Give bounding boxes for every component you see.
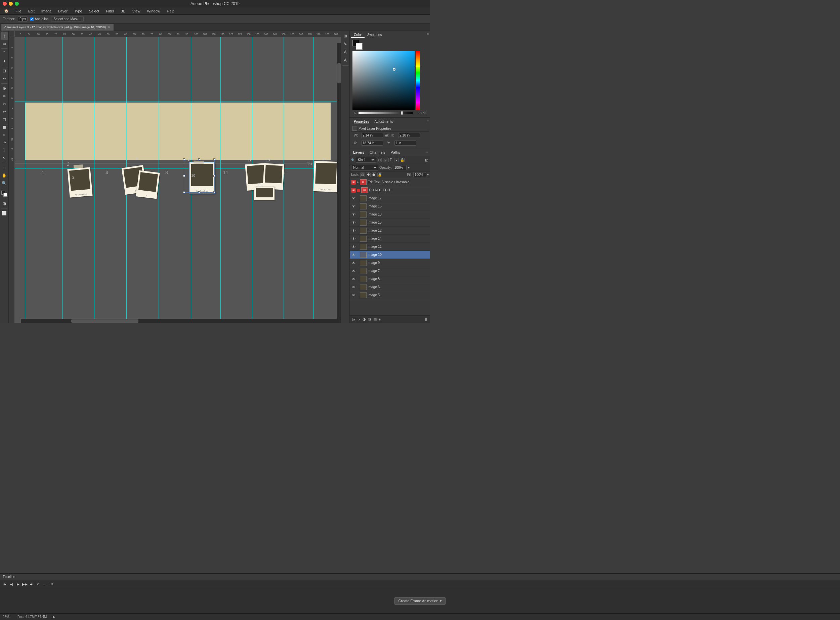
rmt-tool-4[interactable]: A: [342, 57, 349, 64]
layer-eye-7[interactable]: 👁: [351, 269, 356, 273]
layer-image-17[interactable]: 👁 Image 17: [350, 194, 430, 202]
layer-eye-13[interactable]: 👁: [351, 212, 356, 217]
layer-edit-text[interactable]: 👁 ▶ ▤ Edit Text: Visable / Invisable: [350, 178, 430, 186]
lock-artboard-icon[interactable]: ⬢: [372, 173, 376, 177]
lock-move-icon[interactable]: ✚: [366, 173, 370, 177]
document-canvas[interactable]: 1 2 4 8 11 15 16 Your Story Here: [15, 37, 341, 323]
filter-toggle[interactable]: ◐: [424, 158, 429, 163]
layer-image-6[interactable]: 👁 Image 6: [350, 283, 430, 291]
w-input[interactable]: [361, 133, 383, 138]
layer-mask-icon[interactable]: ◑: [363, 317, 366, 321]
layers-panel-collapse[interactable]: ≡: [426, 150, 428, 154]
layer-image-11[interactable]: 👁 Image 11: [350, 243, 430, 251]
menu-type[interactable]: Type: [73, 8, 84, 14]
rmt-tool-1[interactable]: ⊞: [342, 32, 349, 40]
shape-tool[interactable]: □: [1, 164, 8, 172]
layer-delete-icon[interactable]: 🗑: [424, 318, 428, 321]
menu-home[interactable]: 🏠: [3, 8, 10, 14]
rmt-tool-3[interactable]: A: [342, 48, 349, 56]
select-tool[interactable]: ▭: [1, 40, 8, 47]
move-tool[interactable]: ⊹: [1, 32, 8, 40]
clone-tool[interactable]: ✄: [1, 100, 8, 108]
menu-select[interactable]: Select: [88, 8, 101, 14]
filter-icon-1[interactable]: ◻: [377, 158, 382, 163]
color-panel-collapse[interactable]: ≡: [427, 32, 429, 38]
layer-eye-17[interactable]: 👁: [351, 196, 356, 201]
menu-file[interactable]: File: [14, 8, 23, 14]
layer-fx-icon[interactable]: fx: [357, 318, 360, 321]
polaroid-10[interactable]: Your Story Here: [189, 163, 214, 193]
layer-eye-8[interactable]: 👁: [351, 277, 356, 281]
document-tab[interactable]: Carousel Layout 9 - 17 Images w/ Polaroi…: [2, 24, 114, 31]
layer-image-8[interactable]: 👁 Image 8: [350, 275, 430, 283]
handle-bl[interactable]: [183, 191, 185, 193]
layer-link-icon[interactable]: ⛓: [352, 318, 356, 321]
lasso-tool[interactable]: ⌒: [1, 50, 8, 57]
filter-icon-4[interactable]: ⬥: [394, 158, 399, 163]
tab-close-icon[interactable]: ✕: [108, 26, 111, 29]
maximize-button[interactable]: [15, 2, 19, 6]
filter-icon-2[interactable]: ◎: [383, 158, 387, 163]
layer-new-icon[interactable]: +: [379, 318, 381, 321]
fill-arrow[interactable]: ▾: [427, 173, 429, 176]
menu-layer[interactable]: Layer: [57, 8, 69, 14]
path-select-tool[interactable]: ↖: [1, 154, 8, 162]
tab-channels[interactable]: Channels: [368, 150, 386, 155]
k-slider-track[interactable]: [358, 111, 412, 114]
spectrum-bar[interactable]: [416, 51, 420, 110]
anti-alias-check[interactable]: Anti-alias: [30, 17, 48, 21]
tab-layers[interactable]: Layers: [352, 150, 366, 155]
color-gradient-area[interactable]: [352, 51, 415, 110]
minimize-button[interactable]: [9, 2, 13, 6]
tab-properties[interactable]: Properties: [351, 119, 372, 124]
layer-image-10[interactable]: 👁 Image 10: [350, 251, 430, 259]
history-brush-tool[interactable]: ↩: [1, 108, 8, 115]
lock-all-icon[interactable]: 🔒: [377, 173, 382, 177]
layer-do-not-edit[interactable]: 👁 ▤ DO NOT EDIT!!: [350, 186, 430, 194]
layer-kind-select[interactable]: Kind Name Effect Mode Attribute Color Sm…: [356, 157, 376, 163]
background-swatch[interactable]: [356, 43, 363, 50]
layer-image-13[interactable]: 👁 Image 13: [350, 211, 430, 218]
canvas-scroll[interactable]: 1 2 4 8 11 15 16 Your Story Here: [15, 37, 341, 323]
menu-help[interactable]: Help: [166, 8, 176, 14]
select-mask-button[interactable]: Select and Mask...: [51, 16, 83, 22]
k-slider-thumb[interactable]: [401, 111, 403, 114]
layer-eye-5[interactable]: 👁: [351, 293, 356, 298]
layer-image-7[interactable]: 👁 Image 7: [350, 267, 430, 275]
layer-eye-9[interactable]: 👁: [351, 260, 356, 265]
gradient-tool[interactable]: ◼: [1, 123, 8, 131]
tab-paths[interactable]: Paths: [389, 150, 402, 155]
color-gradient-field[interactable]: [352, 51, 415, 110]
menu-image[interactable]: Image: [40, 8, 53, 14]
layer-image-15[interactable]: 👁 Image 15: [350, 218, 430, 227]
type-tool[interactable]: T: [1, 147, 8, 154]
lock-pixels-icon[interactable]: ⊡: [360, 173, 365, 177]
blend-mode-select[interactable]: Normal Dissolve Darken Multiply Screen O…: [351, 165, 378, 170]
y-input[interactable]: [394, 140, 416, 146]
filter-icon-5[interactable]: 🔒: [400, 158, 405, 163]
layer-image-16[interactable]: 👁 Image 16: [350, 202, 430, 211]
layer-adjust-icon[interactable]: ◑: [368, 317, 371, 321]
h-scroll-thumb[interactable]: [71, 319, 138, 323]
menu-filter[interactable]: Filter: [105, 8, 115, 14]
screen-mode-tool[interactable]: ⬜: [1, 209, 8, 217]
handle-ml[interactable]: [183, 175, 185, 177]
link-icon[interactable]: ⛓: [385, 134, 389, 137]
layer-eye-do-not-edit[interactable]: 👁: [351, 188, 356, 193]
layer-eye-11[interactable]: 👁: [351, 244, 356, 249]
eyedropper-tool[interactable]: ✒: [1, 75, 8, 82]
layer-group-icon[interactable]: ▤: [373, 317, 376, 321]
layer-eye-12[interactable]: 👁: [351, 228, 356, 233]
menu-3d[interactable]: 3D: [120, 8, 127, 14]
fill-input[interactable]: [413, 172, 426, 177]
h-input[interactable]: [398, 133, 420, 138]
layer-eye-16[interactable]: 👁: [351, 204, 356, 209]
zoom-tool[interactable]: 🔍: [1, 179, 8, 187]
filter-icon-3[interactable]: T: [388, 158, 393, 163]
tab-adjustments[interactable]: Adjustments: [372, 119, 396, 124]
layer-eye-edit-text[interactable]: 👁: [351, 180, 356, 185]
menu-window[interactable]: Window: [146, 8, 161, 14]
layer-expand-edit-text[interactable]: ▶: [357, 181, 359, 184]
background-color[interactable]: [3, 193, 8, 197]
feather-value[interactable]: 0 px: [18, 17, 27, 21]
